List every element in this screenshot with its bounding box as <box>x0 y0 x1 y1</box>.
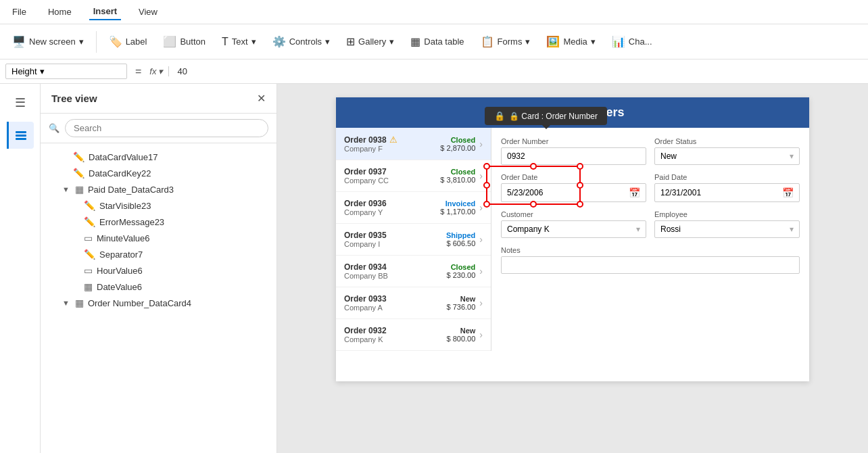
order-date-value: 5/23/2006 <box>507 188 629 197</box>
tree-item-separator7[interactable]: ✏️ Separator7 <box>41 246 276 262</box>
formula-fx-button[interactable]: fx ▾ <box>149 66 169 76</box>
tree-item-datevalue6[interactable]: ▦ DateValue6 <box>41 279 276 295</box>
order-amount-0934: $ 230.00 <box>447 271 476 279</box>
order-company-0937: Company CC <box>344 176 440 185</box>
notes-input[interactable] <box>501 256 800 274</box>
employee-value: Rossi <box>660 224 790 234</box>
order-item-0933[interactable]: Order 0933 Company A New $ 736.00 › <box>336 287 491 319</box>
text-button[interactable]: T Text ▾ <box>215 32 263 52</box>
order-status-value: New <box>660 151 790 161</box>
edit-icon-2: ✏️ <box>73 168 85 178</box>
customer-select[interactable]: Company K ▾ <box>501 220 646 238</box>
edit-icon-3: ✏️ <box>84 200 95 211</box>
sidebar-menu-icon[interactable]: ☰ <box>7 89 34 116</box>
paid-date-label: Paid Date <box>654 173 800 181</box>
arrow-icon-0934: › <box>479 266 483 277</box>
chevron-down-icon-controls: ▾ <box>325 37 330 47</box>
tree-item-errormessage23[interactable]: ✏️ ErrorMessage23 <box>41 214 276 230</box>
order-company-0935: Company I <box>344 240 446 248</box>
canvas-body: Order 0938 ⚠ Company F Closed $ 2,870.00 <box>336 128 809 351</box>
forms-icon: 📋 <box>481 35 494 48</box>
order-item-0937[interactable]: Order 0937 Company CC Closed $ 3,810.00 … <box>336 160 491 192</box>
tree-item-paiddate-datacard3[interactable]: ▼ ▦ Paid Date_DataCard3 <box>41 181 276 197</box>
order-date-picker[interactable]: 5/23/2006 📅 <box>501 183 646 202</box>
datacard-icon-5: ▦ <box>75 297 84 308</box>
form-group-order-number: Order Number <box>501 137 646 165</box>
arrow-icon-0935: › <box>479 234 483 245</box>
order-item-0938[interactable]: Order 0938 ⚠ Company F Closed $ 2,870.00 <box>336 128 491 160</box>
order-status-select[interactable]: New ▾ <box>654 147 800 165</box>
form-row-1: Order Number Order Status New ▾ <box>501 137 800 165</box>
order-item-0932[interactable]: Order 0932 Company K New $ 800.00 › <box>336 319 491 351</box>
media-button[interactable]: 🖼️ Media ▾ <box>539 31 602 52</box>
search-input[interactable] <box>65 119 268 137</box>
menu-view[interactable]: View <box>135 4 162 20</box>
order-amount-0937: $ 3,810.00 <box>440 176 475 184</box>
detail-column: Order Number Order Status New ▾ <box>491 128 809 351</box>
order-num-0935: Order 0935 <box>344 231 446 240</box>
order-item-0935[interactable]: Order 0935 Company I Shipped $ 606.50 › <box>336 224 491 256</box>
app-canvas: 🔒 🔒 Card : Order Number Northwind Orders <box>336 97 809 381</box>
tree-item-datacardkey22[interactable]: ✏️ DataCardKey22 <box>41 165 276 181</box>
order-amount-0935: $ 606.50 <box>446 239 475 247</box>
calendar-icon-paid: 📅 <box>782 187 794 198</box>
order-num-0937: Order 0937 <box>344 167 440 176</box>
menu-file[interactable]: File <box>8 4 30 20</box>
controls-button[interactable]: ⚙️ Controls ▾ <box>266 31 337 52</box>
order-info-0933: Order 0933 Company A <box>344 294 447 312</box>
order-num-0933: Order 0933 <box>344 294 447 304</box>
arrow-icon-0936: › <box>479 202 483 213</box>
controls-icon: ⚙️ <box>272 35 286 48</box>
data-table-button[interactable]: ▦ Data table <box>404 31 471 52</box>
gallery-button[interactable]: ⊞ Gallery ▾ <box>339 31 401 52</box>
expander-icon-paid: ▼ <box>62 185 70 193</box>
paid-date-picker[interactable]: 12/31/2001 📅 <box>654 183 800 202</box>
tree-item-minutevalue6[interactable]: ▭ MinuteValue6 <box>41 230 276 246</box>
chevron-down-icon-text: ▾ <box>251 37 256 47</box>
menu-bar: File Home Insert View <box>0 0 868 24</box>
svg-rect-2 <box>16 138 26 140</box>
new-screen-button[interactable]: 🖥️ New screen ▾ <box>5 31 91 52</box>
tree-item-datacardvalue17[interactable]: ✏️ DataCardValue17 <box>41 149 276 165</box>
chevron-down-icon: ▾ <box>79 37 84 47</box>
forms-button[interactable]: 📋 Forms ▾ <box>474 31 537 52</box>
rect-icon-1: ▭ <box>84 233 93 243</box>
label-button[interactable]: 🏷️ Label <box>102 31 154 52</box>
order-status-0938: Closed <box>440 136 475 144</box>
menu-insert[interactable]: Insert <box>89 3 121 20</box>
tree-close-button[interactable]: ✕ <box>257 92 266 105</box>
chevron-down-icon-media: ▾ <box>591 37 596 47</box>
tree-item-starvisible23[interactable]: ✏️ StarVisible23 <box>41 197 276 214</box>
order-num-0934: Order 0934 <box>344 262 447 272</box>
order-number-input[interactable] <box>501 147 646 165</box>
order-info-0936: Order 0936 Company Y <box>344 199 440 216</box>
order-company-0936: Company Y <box>344 208 440 216</box>
search-icon: 🔍 <box>49 123 59 133</box>
edit-icon-5: ✏️ <box>84 249 95 260</box>
order-info-0935: Order 0935 Company I <box>344 231 446 248</box>
order-company-0932: Company K <box>344 335 447 343</box>
arrow-icon-0937: › <box>479 170 483 181</box>
form-group-notes: Notes <box>501 246 800 274</box>
tree-item-hourvalue6[interactable]: ▭ HourValue6 <box>41 262 276 279</box>
order-item-0934[interactable]: Order 0934 Company BB Closed $ 230.00 › <box>336 256 491 287</box>
tree-item-ordernumber-datacard4[interactable]: ▼ ▦ Order Number_DataCard4 <box>41 295 276 311</box>
chart-button[interactable]: 📊 Cha... <box>605 31 659 52</box>
form-group-paid-date: Paid Date 12/31/2001 📅 <box>654 173 800 202</box>
datacard-icon-3: ▦ <box>75 184 84 195</box>
chevron-down-icon-status: ▾ <box>790 151 794 161</box>
formula-dropdown[interactable]: Height ▾ <box>5 64 127 79</box>
button-button[interactable]: ⬜ Button <box>156 31 212 52</box>
order-item-0936[interactable]: Order 0936 Company Y Invoiced $ 1,170.00… <box>336 192 491 224</box>
text-icon: T <box>222 36 228 48</box>
lock-icon: 🔒 <box>494 111 505 121</box>
chevron-down-icon-forms: ▾ <box>525 37 530 47</box>
employee-select[interactable]: Rossi ▾ <box>654 220 800 238</box>
order-status-0935: Shipped <box>446 231 475 239</box>
order-info-0934: Order 0934 Company BB <box>344 262 447 280</box>
order-company-0933: Company A <box>344 304 447 312</box>
menu-home[interactable]: Home <box>44 4 76 20</box>
sidebar-layers-icon[interactable] <box>7 122 34 149</box>
svg-rect-1 <box>16 135 26 137</box>
datacard-icon-4: ▦ <box>84 281 93 292</box>
